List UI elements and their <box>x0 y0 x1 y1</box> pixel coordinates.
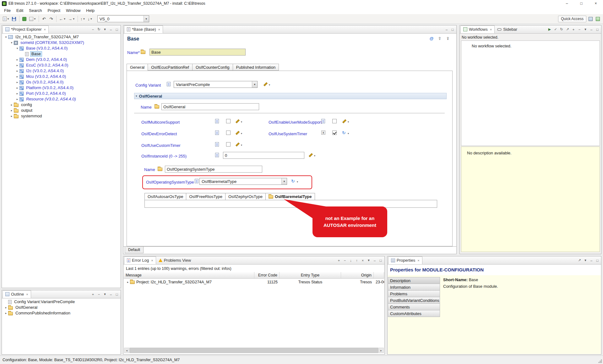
maximize-view-button[interactable]: □ <box>378 257 383 264</box>
menu-project[interactable]: Project <box>45 7 63 14</box>
customtimer-checkbox[interactable] <box>226 142 231 147</box>
nav-up-button[interactable]: ↑▼ <box>80 15 86 22</box>
close-icon[interactable]: × <box>417 259 419 262</box>
outline-item-commonpublishedinformation[interactable]: ▸CommonPublishedInformation <box>2 310 121 316</box>
tree-item-ecuc[interactable]: ▸EcuC (V3.0.2, AS4.4.0) <box>2 62 121 68</box>
expander-icon[interactable]: ▸ <box>15 86 19 89</box>
edit-pencil-icon[interactable] <box>263 82 268 86</box>
menu-edit[interactable]: Edit <box>14 7 26 14</box>
dropdown-arrow-icon[interactable]: ▾ <box>241 144 242 147</box>
clear-log-button[interactable]: × <box>360 257 366 264</box>
menu-file[interactable]: File <box>1 7 14 14</box>
dropdown-arrow-icon[interactable]: ▾ <box>348 132 349 135</box>
menu-search[interactable]: Search <box>26 7 45 14</box>
tree-item-systemmod[interactable]: ▸systemmod <box>2 113 121 119</box>
view-menu-button[interactable]: ▾ <box>102 26 108 33</box>
section-expander-icon[interactable]: ▾ <box>136 94 137 98</box>
quick-access-button[interactable]: Quick Access <box>558 16 586 22</box>
tree-item-i2c[interactable]: ▸I2c (V3.0.2, AS4.4.0) <box>2 68 121 74</box>
expander-icon[interactable]: ▸ <box>15 98 19 101</box>
name-field[interactable]: Base <box>149 49 246 56</box>
close-icon[interactable]: × <box>490 28 492 31</box>
tree-item-dem[interactable]: ▸Dem (V3.0.2, AS4.4.0) <box>2 57 121 62</box>
osifgeneral-section-header[interactable]: ▾ OsIfGeneral <box>134 93 447 99</box>
horizontal-scrollbar[interactable]: ◂ ▸ <box>124 348 384 353</box>
minimize-view-button[interactable]: – <box>372 257 378 264</box>
help-at-icon[interactable]: @ <box>429 35 434 41</box>
tab-workflows[interactable]: Workflows × <box>460 25 495 33</box>
tresos-perspective-button[interactable] <box>595 15 601 22</box>
tree-item-config[interactable]: ▸config <box>2 102 121 108</box>
maximize-button[interactable]: □ <box>574 0 589 7</box>
tree-item-platform[interactable]: ▸Platform (V3.0.2, AS4.4.0) <box>2 85 121 91</box>
edit-pencil-icon[interactable] <box>235 130 240 135</box>
column-entry-type[interactable]: Entry Type <box>280 272 341 278</box>
import-log-button[interactable]: ↑ <box>354 257 360 264</box>
minimize-button[interactable]: – <box>560 0 574 7</box>
scroll-left-button[interactable]: ◂ <box>124 348 129 353</box>
tab-properties[interactable]: Properties × <box>388 256 422 264</box>
save-button[interactable] <box>11 15 17 22</box>
scroll-right-button[interactable]: ▸ <box>378 348 384 353</box>
expander-icon[interactable]: ▸ <box>15 64 19 67</box>
tree-item-project[interactable]: ▾I2c_HLD_Transfer_S32G274A_M7 <box>2 34 121 40</box>
run-workflow-button[interactable]: ▶ <box>547 26 552 33</box>
dropdown-arrow-icon[interactable]: ▾ <box>297 180 298 183</box>
menu-help[interactable]: Help <box>83 7 97 14</box>
refresh-workflow-button[interactable]: ↻ <box>559 26 564 33</box>
outline-item-config-variant[interactable]: Config Variant:VariantPreCompile <box>2 299 121 305</box>
tab-project-explorer[interactable]: *Project Explorer × <box>3 25 49 33</box>
tab-outline[interactable]: Outline × <box>3 290 31 298</box>
tab-default[interactable]: Default <box>125 247 144 253</box>
tab-general[interactable]: General <box>127 64 148 71</box>
reference-refresh-icon[interactable]: ↻ <box>291 179 295 183</box>
scrollbar-thumb[interactable] <box>130 348 378 353</box>
tree-item-os[interactable]: ▸Os (V3.0.2, AS4.4.0) <box>2 79 121 85</box>
expander-icon[interactable]: ▸ <box>15 75 19 78</box>
expander-icon[interactable]: ▾ <box>9 41 14 44</box>
expander-icon[interactable]: ▸ <box>15 69 19 72</box>
resize-grip[interactable] <box>598 359 602 363</box>
expander-icon[interactable]: ▾ <box>15 47 19 50</box>
link-with-editor-button[interactable]: ↻ <box>96 26 102 33</box>
menu-window[interactable]: Window <box>63 7 83 14</box>
maximize-view-button[interactable]: □ <box>114 26 120 33</box>
tab-osifcounterconfig[interactable]: OsIfCounterConfig <box>192 64 233 71</box>
dropdown-arrow-icon[interactable]: ▾ <box>241 132 242 135</box>
tab-osifzephyrostype[interactable]: OsIfZephyrOsType <box>225 193 265 200</box>
back-button[interactable]: ←▼ <box>58 15 67 22</box>
reference-refresh-icon[interactable]: ↻ <box>342 131 346 135</box>
expander-icon[interactable]: ▸ <box>9 109 14 112</box>
collapse-all-button[interactable]: − <box>90 26 96 33</box>
tab-osifecucpartitionref[interactable]: OsIfEcucPartitionRef <box>148 64 192 71</box>
new-config-button[interactable]: ▼ <box>2 15 10 22</box>
navigate-top-icon[interactable]: ⇪ <box>445 35 451 41</box>
instanceid-field[interactable]: 0 <box>223 152 304 159</box>
expand-all-button[interactable]: + <box>90 291 96 297</box>
nav-description[interactable]: Description <box>388 277 440 284</box>
check-workflow-button[interactable]: ✓ <box>553 26 558 33</box>
expander-icon[interactable]: ▸ <box>126 281 130 284</box>
nav-customattributes[interactable]: CustomAttributes <box>388 310 440 317</box>
edit-pencil-icon[interactable] <box>308 153 313 157</box>
config-variant-select[interactable]: VariantPreCompile ▼ <box>174 81 258 88</box>
collapse-all-button[interactable]: − <box>342 257 348 264</box>
maximize-view-button[interactable]: □ <box>450 26 455 33</box>
minimize-view-button[interactable]: – <box>108 291 114 297</box>
view-menu-button[interactable]: ▾ <box>102 291 108 297</box>
expander-icon[interactable]: ▸ <box>9 115 14 118</box>
generate-button[interactable] <box>21 15 28 22</box>
forward-button[interactable]: →▼ <box>68 15 76 22</box>
expander-icon[interactable]: ▸ <box>9 103 14 106</box>
tab-problems-view[interactable]: Problems View <box>156 256 193 264</box>
close-icon[interactable]: × <box>26 292 28 296</box>
systemtimer-checkbox[interactable] <box>332 131 337 135</box>
tab-osifautosarostype[interactable]: OsIfAutosarOsType <box>144 193 186 200</box>
expander-icon[interactable]: ▸ <box>15 81 19 84</box>
expander-icon[interactable]: ▸ <box>15 58 19 61</box>
column-error-code[interactable]: Error Code <box>254 272 280 278</box>
tree-item-port[interactable]: ▸Port (V3.0.2, AS4.4.0) <box>2 91 121 96</box>
edit-pencil-icon[interactable] <box>342 119 347 123</box>
nav-comments[interactable]: Comments <box>388 303 440 310</box>
nav-postbuildvariantconditions[interactable]: PostBuildVariantConditions <box>388 297 440 304</box>
